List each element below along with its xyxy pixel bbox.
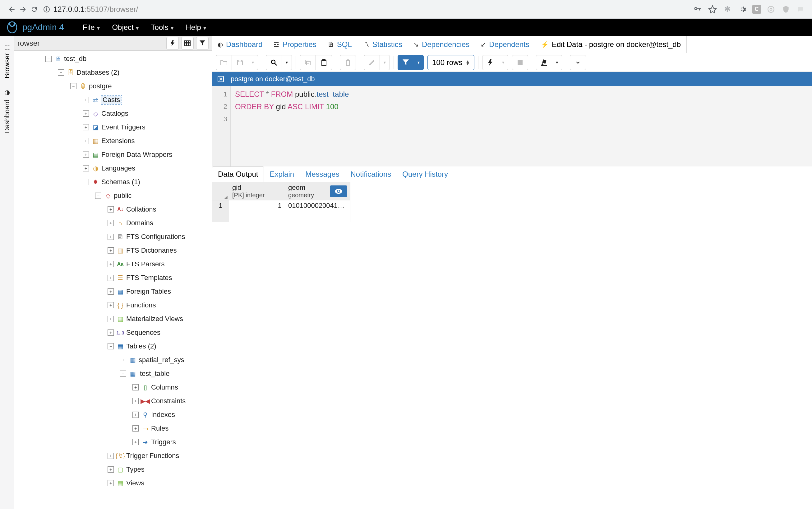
collapse-icon[interactable]: − (70, 83, 76, 89)
scratchpad-icon[interactable] (216, 75, 225, 83)
collapse-icon[interactable]: − (108, 343, 114, 349)
row-limit-select[interactable]: 100 rows ▲▼ (428, 55, 474, 70)
execute-dropdown[interactable]: ▼ (498, 55, 508, 70)
filter-rows-button[interactable] (196, 37, 209, 49)
key-icon[interactable] (693, 4, 703, 14)
extension-icon-1[interactable]: ✱ (723, 4, 732, 14)
vtab-dashboard[interactable]: Dashboard◐ (3, 84, 11, 139)
expand-icon[interactable]: + (83, 151, 89, 158)
result-grid[interactable]: ◢ gid[PK] integer geomgeometry 1 1 01010… (212, 182, 812, 222)
expand-icon[interactable]: + (108, 330, 114, 336)
tab-sql[interactable]: 🖹SQL (322, 36, 358, 53)
tree-node[interactable]: Sequences (126, 329, 160, 337)
extension-icon-circle[interactable] (766, 4, 776, 14)
download-button[interactable] (570, 55, 586, 70)
save-file-dropdown[interactable]: ▼ (248, 55, 258, 70)
expand-icon[interactable]: + (83, 165, 89, 171)
star-icon[interactable] (707, 4, 717, 14)
view-data-button[interactable] (181, 37, 194, 49)
extension-icon-chat[interactable] (796, 4, 806, 14)
expand-icon[interactable]: + (83, 124, 89, 130)
query-tool-button[interactable] (166, 37, 179, 49)
tree-node[interactable]: FTS Templates (126, 274, 172, 282)
tree-node[interactable]: Extensions (101, 137, 135, 145)
tree-node[interactable]: FTS Parsers (126, 260, 164, 268)
filter-dropdown[interactable]: ▼ (414, 55, 424, 70)
table-row-empty[interactable] (212, 211, 350, 222)
sql-text[interactable]: SELECT * FROM public.test_table ORDER BY… (231, 86, 349, 166)
expand-icon[interactable]: + (133, 398, 139, 404)
find-button[interactable] (266, 55, 282, 70)
tree-node[interactable]: Tables (2) (126, 342, 156, 350)
tree-node-casts[interactable]: Casts (101, 96, 121, 104)
settings-gear-icon[interactable] (737, 4, 747, 14)
edit-dropdown[interactable]: ▼ (380, 55, 390, 70)
site-info-icon[interactable]: i (43, 6, 50, 12)
cell-gid[interactable]: 1 (229, 200, 285, 211)
execute-button[interactable] (482, 55, 498, 70)
open-file-button[interactable] (216, 55, 232, 70)
col-header-gid[interactable]: gid[PK] integer (229, 182, 285, 200)
expand-icon[interactable]: + (120, 357, 126, 363)
tab-dependencies[interactable]: ↘Dependencies (408, 36, 475, 53)
tree-node[interactable]: Functions (126, 301, 156, 309)
clear-dropdown[interactable]: ▼ (552, 55, 562, 70)
tree-node[interactable]: Views (126, 479, 144, 487)
tree-node[interactable]: Columns (151, 383, 178, 392)
rtab-notifications[interactable]: Notifications (345, 167, 397, 182)
back-button[interactable] (6, 4, 17, 15)
rtab-data-output[interactable]: Data Output (212, 166, 264, 182)
table-row[interactable]: 1 1 0101000020041… (212, 200, 350, 211)
extension-icon-shield[interactable] (781, 4, 791, 14)
tree-node[interactable]: public (114, 192, 132, 200)
expand-icon[interactable]: + (108, 206, 114, 212)
save-file-button[interactable] (232, 55, 248, 70)
expand-icon[interactable]: + (133, 412, 139, 418)
expand-icon[interactable]: + (108, 453, 114, 459)
collapse-icon[interactable]: − (95, 193, 101, 199)
rtab-explain[interactable]: Explain (264, 167, 300, 182)
cell[interactable] (229, 211, 285, 222)
expand-icon[interactable]: + (133, 384, 139, 391)
tree-node[interactable]: Languages (101, 164, 135, 172)
expand-icon[interactable]: + (108, 289, 114, 295)
tree-node[interactable]: Trigger Functions (126, 452, 179, 460)
tree-node[interactable]: FTS Dictionaries (126, 246, 177, 254)
cell-geom[interactable]: 0101000020041… (285, 200, 350, 211)
tree-node[interactable]: Foreign Tables (126, 287, 171, 296)
expand-icon[interactable]: + (108, 466, 114, 473)
collapse-icon[interactable]: − (58, 69, 64, 76)
paste-button[interactable] (316, 55, 332, 70)
cell[interactable] (285, 211, 350, 222)
tab-statistics[interactable]: 〽Statistics (358, 36, 408, 53)
collapse-icon[interactable]: − (120, 371, 126, 377)
collapse-icon[interactable]: − (45, 56, 51, 62)
tree-node[interactable]: spatial_ref_sys (139, 356, 184, 364)
object-tree[interactable]: −🖥test_db −🗄Databases (2) −🛢postgre +⇄Ca… (14, 51, 212, 509)
expand-icon[interactable]: + (108, 261, 114, 267)
expand-icon[interactable]: + (133, 439, 139, 445)
tree-node[interactable]: Schemas (1) (101, 178, 140, 186)
expand-icon[interactable]: + (83, 97, 89, 103)
rtab-messages[interactable]: Messages (300, 167, 345, 182)
tree-node[interactable]: postgre (89, 82, 112, 90)
rtab-query-history[interactable]: Query History (397, 167, 453, 182)
collapse-icon[interactable]: − (83, 179, 89, 185)
reload-button[interactable] (29, 4, 40, 15)
tab-dashboard[interactable]: ◐Dashboard (212, 36, 268, 53)
tree-node[interactable]: Rules (151, 425, 169, 433)
expand-icon[interactable]: + (108, 234, 114, 240)
tab-properties[interactable]: ☲Properties (268, 36, 322, 53)
tree-node[interactable]: Event Triggers (101, 123, 146, 131)
col-header-geom[interactable]: geomgeometry (285, 182, 350, 200)
tree-node-test-table[interactable]: test_table (139, 370, 171, 378)
expand-icon[interactable]: + (108, 302, 114, 308)
tree-node[interactable]: Catalogs (101, 109, 128, 117)
edit-button[interactable] (364, 55, 380, 70)
expand-icon[interactable]: + (108, 247, 114, 253)
tree-node[interactable]: Foreign Data Wrappers (101, 150, 172, 159)
copy-button[interactable] (300, 55, 316, 70)
expand-icon[interactable]: + (83, 110, 89, 117)
extension-icon-c[interactable]: C (752, 5, 761, 14)
tree-node[interactable]: Triggers (151, 438, 176, 446)
